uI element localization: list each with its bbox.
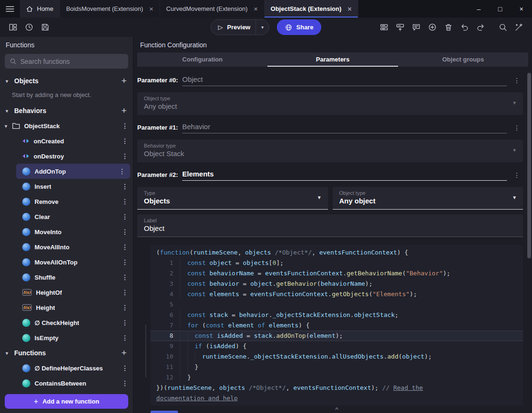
code-line-5[interactable]: 5 — [151, 299, 523, 310]
layers-icon[interactable] — [377, 20, 391, 35]
tree-item-checkheight[interactable]: ∅ CheckHeight⋮ — [0, 315, 133, 330]
tree-item-remove[interactable]: Remove⋮ — [0, 194, 133, 209]
dropdown-arrow-icon[interactable]: ▼ — [317, 195, 322, 200]
preview-options-button[interactable]: ▾ — [256, 25, 269, 30]
minimize-button[interactable]: – — [468, 0, 489, 18]
code-line-8[interactable]: 8const isAdded = stack.addOnTop(element)… — [151, 331, 523, 341]
type-field[interactable]: TypeObjects▼ — [137, 187, 328, 210]
share-button[interactable]: Share — [277, 19, 321, 35]
code-editor[interactable]: (function(runtimeScene, objects /*Object… — [151, 245, 523, 405]
code-line-2[interactable]: 2const behaviorName = eventsFunctionCont… — [151, 268, 523, 279]
code-line-4[interactable]: 4const elements = eventsFunctionContext.… — [151, 289, 523, 299]
feedback-icon[interactable] — [409, 20, 424, 35]
magic-wand-icon[interactable] — [512, 20, 526, 35]
add-circle-icon[interactable] — [425, 20, 440, 35]
section-behaviors[interactable]: ▾ Behaviors + — [0, 103, 133, 118]
label-field[interactable]: LabelObject — [137, 214, 523, 237]
code-line-1[interactable]: 1const object = objects[0]; — [151, 258, 523, 268]
search-input[interactable] — [20, 58, 124, 65]
code-line-9[interactable]: 9if (isAdded) { — [151, 341, 523, 351]
kebab-menu-icon[interactable]: ⋮ — [120, 198, 130, 205]
tree-item-clear[interactable]: Clear⋮ — [0, 209, 133, 224]
search-icon[interactable] — [496, 20, 510, 35]
add-object-button[interactable]: + — [118, 76, 130, 86]
tree-item-heightof[interactable]: f(x)HeightOf⋮ — [0, 285, 133, 300]
kebab-menu-icon[interactable]: ⋮ — [120, 122, 130, 130]
clipped-button[interactable] — [151, 411, 178, 413]
tree-item-moveallinto[interactable]: MoveAllInto⋮ — [0, 239, 133, 255]
tab-home[interactable]: Home — [20, 0, 60, 18]
tree-item-height[interactable]: f(x)Height⋮ — [0, 300, 133, 315]
add-behavior-button[interactable]: + — [118, 105, 130, 116]
add-free-function-button[interactable]: + — [118, 348, 130, 358]
maximize-button[interactable]: □ — [489, 0, 511, 18]
close-icon[interactable]: × — [254, 5, 258, 13]
kebab-menu-icon[interactable]: ⋮ — [120, 289, 130, 296]
menu-button[interactable] — [0, 0, 20, 18]
code-line-12[interactable]: 12} — [151, 372, 523, 383]
search-box[interactable] — [5, 54, 128, 69]
tab-object-groups[interactable]: Object groups — [398, 53, 528, 67]
kebab-menu-icon[interactable]: ⋮ — [511, 77, 523, 86]
tab-curvedmovement-extension[interactable]: CurvedMovement (Extension)× — [160, 0, 265, 18]
preview-button[interactable]: ▷ Preview ▾ — [211, 19, 269, 35]
code-line-10[interactable]: 10runtimeScene._objectStackExtension.all… — [151, 351, 523, 362]
publish-icon[interactable] — [393, 20, 408, 35]
tree-item-containsbetween[interactable]: ContainsBetween⋮ — [0, 376, 133, 391]
kebab-menu-icon[interactable]: ⋮ — [120, 334, 130, 342]
tab-boidsmovement-extension[interactable]: BoidsMovement (Extension)× — [60, 0, 160, 18]
code-line-7[interactable]: 7for (const element of elements) { — [151, 320, 523, 331]
history-icon[interactable] — [22, 20, 36, 35]
tab-configuration[interactable]: Configuration — [137, 53, 267, 67]
kebab-menu-icon[interactable]: ⋮ — [120, 304, 130, 311]
scrollbar[interactable] — [527, 70, 531, 412]
kebab-menu-icon[interactable]: ⋮ — [117, 167, 127, 175]
close-icon[interactable]: × — [347, 5, 352, 13]
tree-item-insert[interactable]: Insert⋮ — [0, 179, 133, 194]
kebab-menu-icon[interactable]: ⋮ — [511, 124, 523, 133]
doc-link[interactable]: documentation and help — [156, 395, 238, 402]
close-button[interactable]: × — [511, 0, 532, 18]
doc-link[interactable]: Read the — [393, 384, 423, 391]
scrollbar-thumb[interactable] — [527, 73, 531, 258]
kebab-menu-icon[interactable]: ⋮ — [120, 258, 130, 266]
kebab-menu-icon[interactable]: ⋮ — [120, 364, 130, 372]
kebab-menu-icon[interactable]: ⋮ — [120, 152, 130, 160]
tree-item-definehelperclasses[interactable]: ∅ DefineHelperClasses⋮ — [0, 360, 133, 376]
kebab-menu-icon[interactable]: ⋮ — [120, 319, 130, 326]
kebab-menu-icon[interactable]: ⋮ — [120, 213, 130, 220]
redo-icon[interactable] — [473, 20, 488, 35]
kebab-menu-icon[interactable]: ⋮ — [120, 137, 130, 145]
collapse-editor-icon[interactable]: ^ — [151, 407, 523, 412]
section-functions[interactable]: ▾ Functions + — [0, 345, 133, 360]
code-line-6[interactable]: 6const stack = behavior._objectStackExte… — [151, 310, 523, 320]
tree-item-oncreated[interactable]: onCreated⋮ — [0, 133, 133, 149]
save-icon[interactable] — [38, 20, 53, 35]
editor-layout-icon[interactable] — [6, 20, 20, 35]
kebab-menu-icon[interactable]: ⋮ — [120, 273, 130, 281]
close-icon[interactable]: × — [149, 5, 153, 13]
tree-item-isempty[interactable]: IsEmpty⋮ — [0, 330, 133, 345]
dropdown-arrow-icon[interactable]: ▼ — [512, 195, 517, 200]
kebab-menu-icon[interactable]: ⋮ — [120, 379, 130, 387]
tree-item-ondestroy[interactable]: onDestroy⋮ — [0, 149, 133, 164]
add-function-button[interactable]: + Add a new function — [5, 394, 128, 409]
tree-item-shuffle[interactable]: Shuffle⋮ — [0, 270, 133, 285]
tree-item-objectstack[interactable]: ▾ObjectStack⋮ — [0, 118, 133, 133]
section-objects[interactable]: ▾ Objects + — [0, 73, 133, 88]
tree-item-addontop[interactable]: AddOnTop⋮ — [16, 164, 130, 179]
undo-icon[interactable] — [457, 20, 472, 35]
kebab-menu-icon[interactable]: ⋮ — [120, 183, 130, 190]
trash-icon[interactable] — [441, 20, 456, 35]
tab-objectstack-extension[interactable]: ObjectStack (Extension)× — [265, 0, 358, 18]
tab-parameters[interactable]: Parameters — [267, 53, 398, 67]
code-line-11[interactable]: 11} — [151, 362, 523, 372]
kebab-menu-icon[interactable]: ⋮ — [120, 243, 130, 251]
code-line-3[interactable]: 3const behavior = object.getBehavior(beh… — [151, 279, 523, 289]
object-type-field[interactable]: Object typeAny object▼ — [333, 187, 523, 210]
kebab-menu-icon[interactable]: ⋮ — [120, 228, 130, 236]
tree-item-moveinto[interactable]: MoveInto⋮ — [0, 224, 133, 239]
tree-item-moveallontop[interactable]: MoveAllOnTop⋮ — [0, 255, 133, 270]
parameter-name-field[interactable]: Elements — [182, 170, 507, 181]
kebab-menu-icon[interactable]: ⋮ — [511, 171, 523, 181]
